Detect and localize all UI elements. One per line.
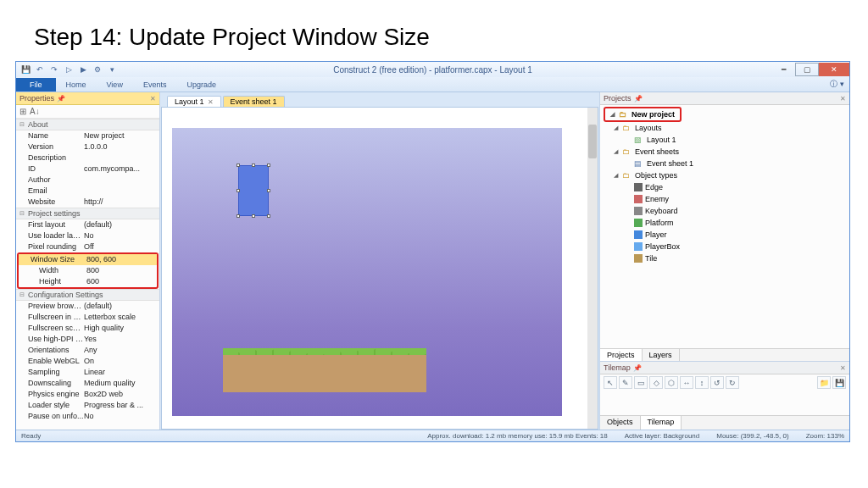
pin-icon[interactable]: 📌 bbox=[634, 95, 643, 103]
ribbon-tab-file[interactable]: File bbox=[16, 78, 56, 92]
qat-settings-icon[interactable]: ⚙ bbox=[92, 64, 103, 75]
minimize-button[interactable]: ━ bbox=[771, 63, 795, 76]
maximize-button[interactable]: ▢ bbox=[795, 63, 819, 76]
section-config[interactable]: Configuration Settings bbox=[16, 289, 159, 301]
selected-object[interactable] bbox=[238, 165, 269, 216]
tree-layouts[interactable]: ◢🗀Layouts bbox=[602, 122, 848, 134]
prop-firstlayout-value[interactable]: (default) bbox=[84, 219, 156, 230]
pin-icon[interactable]: 📌 bbox=[633, 364, 642, 372]
prop-email-value[interactable] bbox=[84, 186, 156, 197]
prop-webgl-value[interactable]: On bbox=[84, 356, 156, 367]
close-panel-icon[interactable]: ✕ bbox=[840, 364, 846, 372]
prop-version-value[interactable]: 1.0.0.0 bbox=[84, 141, 156, 152]
tilemap-rotate-cw-icon[interactable]: ↻ bbox=[726, 376, 739, 389]
tree-playerbox[interactable]: PlayerBox bbox=[602, 241, 848, 252]
window-size-highlight: Window Size800, 600 Width800 Height600 bbox=[17, 252, 159, 289]
prop-id-label: ID bbox=[19, 164, 84, 175]
qat-save-icon[interactable]: 💾 bbox=[19, 64, 31, 75]
tree-enemy-label: Enemy bbox=[645, 193, 669, 205]
tree-keyboard-label: Keyboard bbox=[645, 205, 678, 217]
document-tabs: Layout 1✕ Event sheet 1 bbox=[160, 92, 599, 107]
editor-area: Layout 1✕ Event sheet 1 bbox=[160, 92, 599, 430]
close-panel-icon[interactable]: ✕ bbox=[150, 95, 156, 103]
ribbon-tab-events[interactable]: Events bbox=[133, 78, 177, 92]
tab-layout1-label: Layout 1 bbox=[175, 97, 204, 106]
prop-author-value[interactable] bbox=[84, 175, 156, 186]
tab-objects[interactable]: Objects bbox=[600, 416, 641, 430]
section-about[interactable]: About bbox=[16, 119, 159, 130]
prop-id-value[interactable]: com.mycompa... bbox=[84, 164, 156, 175]
prop-height-value[interactable]: 600 bbox=[86, 276, 153, 287]
prop-preview-value[interactable]: (default) bbox=[84, 301, 156, 312]
status-layer: Active layer: Background bbox=[625, 432, 700, 440]
prop-physics-value[interactable]: Box2D web bbox=[84, 389, 156, 400]
prop-loaderstyle-value[interactable]: Progress bar & ... bbox=[84, 400, 156, 411]
qat-redo-icon[interactable]: ↷ bbox=[48, 64, 60, 75]
categorize-icon[interactable]: ⊞ bbox=[19, 107, 26, 116]
ribbon-tab-home[interactable]: Home bbox=[56, 78, 97, 92]
tilemap-flip-v-icon[interactable]: ↕ bbox=[695, 376, 709, 389]
prop-website-value[interactable]: http:// bbox=[84, 197, 156, 208]
qat-dropdown-icon[interactable]: ▾ bbox=[106, 64, 118, 75]
tree-objecttypes[interactable]: ◢🗀Object types bbox=[602, 169, 848, 181]
prop-width-value[interactable]: 800 bbox=[86, 265, 153, 276]
sort-icon[interactable]: A↓ bbox=[30, 107, 40, 116]
tree-keyboard[interactable]: Keyboard bbox=[602, 205, 848, 217]
tilemap-pencil-icon[interactable]: ✎ bbox=[619, 376, 632, 389]
tree-tile[interactable]: Tile bbox=[602, 252, 848, 264]
tree-edge[interactable]: Edge bbox=[602, 181, 848, 193]
tree-platform[interactable]: Platform bbox=[602, 217, 848, 229]
tilemap-save-icon[interactable]: 💾 bbox=[832, 376, 846, 389]
status-approx: Approx. download: 1.2 mb memory use: 15.… bbox=[427, 432, 608, 440]
tab-layers[interactable]: Layers bbox=[643, 349, 680, 361]
prop-author-label: Author bbox=[19, 175, 84, 186]
qat-undo-icon[interactable]: ↶ bbox=[34, 64, 46, 75]
project-tree: ◢🗀New project ◢🗀Layouts ▧Layout 1 ◢🗀Even… bbox=[600, 105, 849, 348]
prop-orientations-value[interactable]: Any bbox=[84, 345, 156, 356]
prop-pause-value[interactable]: No bbox=[84, 411, 156, 422]
prop-downscaling-value[interactable]: Medium quality bbox=[84, 378, 156, 389]
ribbon-tab-upgrade[interactable]: Upgrade bbox=[176, 78, 226, 92]
pin-icon[interactable]: 📌 bbox=[57, 95, 65, 103]
prop-pixelrounding-value[interactable]: Off bbox=[84, 241, 156, 252]
prop-loaderlayout-value[interactable]: No bbox=[84, 230, 156, 241]
tilemap-open-icon[interactable]: 📁 bbox=[817, 376, 831, 389]
tab-tilemap[interactable]: Tilemap bbox=[641, 416, 682, 430]
tree-root[interactable]: ◢🗀New project bbox=[609, 108, 676, 120]
tree-enemy[interactable]: Enemy bbox=[602, 193, 848, 205]
tab-projects[interactable]: Projects bbox=[600, 349, 643, 361]
prop-physics-label: Physics engine bbox=[19, 389, 84, 400]
layout-canvas[interactable] bbox=[161, 107, 598, 430]
tilemap-pointer-icon[interactable]: ↖ bbox=[604, 376, 617, 389]
qat-preview-icon[interactable]: ▷ bbox=[63, 64, 75, 75]
close-button[interactable]: ✕ bbox=[819, 63, 849, 76]
tree-eventsheets-label: Event sheets bbox=[635, 146, 679, 158]
section-project-settings[interactable]: Project settings bbox=[16, 208, 159, 219]
ground-tile[interactable] bbox=[223, 348, 426, 392]
tilemap-fill-icon[interactable]: ⬡ bbox=[665, 376, 678, 389]
prop-fsbrowser-value[interactable]: Letterbox scale bbox=[84, 312, 156, 323]
tab-eventsheet1[interactable]: Event sheet 1 bbox=[223, 96, 285, 107]
vertical-scrollbar[interactable] bbox=[587, 108, 598, 429]
tree-eventsheets[interactable]: ◢🗀Event sheets bbox=[602, 146, 848, 158]
tab-close-icon[interactable]: ✕ bbox=[208, 98, 214, 106]
prop-name-value[interactable]: New project bbox=[84, 130, 156, 141]
tilemap-flip-h-icon[interactable]: ↔ bbox=[680, 376, 693, 389]
qat-debug-icon[interactable]: ▶ bbox=[77, 64, 89, 75]
tilemap-erase-icon[interactable]: ◇ bbox=[649, 376, 663, 389]
tilemap-rotate-ccw-icon[interactable]: ↺ bbox=[710, 376, 724, 389]
prop-sampling-value[interactable]: Linear bbox=[84, 367, 156, 378]
tree-layout1[interactable]: ▧Layout 1 bbox=[602, 134, 848, 146]
prop-hdpi-value[interactable]: Yes bbox=[84, 334, 156, 345]
prop-windowsize-value[interactable]: 800, 600 bbox=[86, 254, 153, 265]
tree-es1[interactable]: ▤Event sheet 1 bbox=[602, 158, 848, 169]
close-panel-icon[interactable]: ✕ bbox=[840, 95, 846, 103]
ribbon-help-icon[interactable]: ⓘ ▾ bbox=[825, 77, 849, 92]
tilemap-rect-icon[interactable]: ▭ bbox=[634, 376, 648, 389]
tab-layout1[interactable]: Layout 1✕ bbox=[167, 96, 221, 107]
prop-email-label: Email bbox=[19, 186, 84, 197]
prop-fsscaling-value[interactable]: High quality bbox=[84, 323, 156, 334]
prop-description-value[interactable] bbox=[84, 152, 156, 164]
tree-player[interactable]: Player bbox=[602, 229, 848, 241]
ribbon-tab-view[interactable]: View bbox=[97, 78, 133, 92]
